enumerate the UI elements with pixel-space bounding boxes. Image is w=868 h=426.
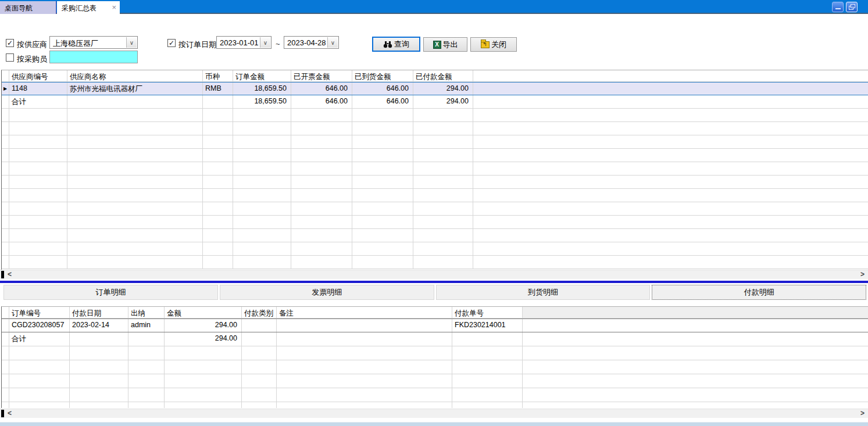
cell-received-amount[interactable]: 646.00: [352, 83, 413, 95]
col-header-received-amount[interactable]: 已到货金额: [352, 70, 413, 81]
tab-arrival-detail[interactable]: 到货明细: [436, 285, 651, 300]
cell-paid-amount[interactable]: 294.00: [413, 83, 473, 95]
close-tab-icon[interactable]: ×: [112, 3, 116, 11]
col-header-payment-slip-no[interactable]: 付款单号: [452, 307, 523, 318]
cell-payment-slip-no[interactable]: FKD230214001: [452, 319, 523, 332]
cell-total-received-amount: 646.00: [352, 95, 413, 108]
supplier-checkbox-label: 按供应商: [17, 40, 47, 50]
title-bar: 桌面导航 采购汇总表 ×: [0, 0, 868, 14]
date-to-select[interactable]: 2023-04-28 ∨: [284, 36, 339, 49]
date-from-select[interactable]: 2023-01-01 ∨: [216, 36, 272, 49]
cell-order-no[interactable]: CGD230208057: [9, 319, 70, 332]
col-header-payment-date[interactable]: 付款日期: [70, 307, 128, 318]
supplier-select[interactable]: 上海稳压器厂 ∨: [49, 36, 138, 49]
detail-tabs: 订单明细 发票明细 到货明细 付款明细: [3, 285, 866, 300]
col-header-amount[interactable]: 金额: [165, 307, 242, 318]
tab-invoice-detail[interactable]: 发票明细: [220, 285, 434, 300]
scroll-right-icon[interactable]: >: [860, 270, 865, 279]
col-header-cashier[interactable]: 出纳: [128, 307, 165, 318]
chevron-down-icon[interactable]: ∨: [126, 37, 137, 48]
scroll-right-icon[interactable]: >: [860, 409, 865, 418]
summary-hscrollbar[interactable]: < >: [0, 270, 868, 279]
query-button[interactable]: 查询: [372, 37, 420, 52]
payment-detail-table: 订单编号 付款日期 出纳 金额 付款类别 备注 付款单号 CGD23020805…: [1, 306, 868, 408]
scroll-left-icon[interactable]: <: [8, 409, 12, 418]
restore-button[interactable]: [846, 2, 858, 12]
date-range-separator: ~: [276, 40, 280, 48]
order-date-checkbox-label: 按订单日期: [178, 40, 216, 50]
cell-remark[interactable]: [277, 319, 452, 332]
col-header-order-no[interactable]: 订单编号: [9, 307, 70, 318]
current-row-marker-icon: ▶: [2, 83, 9, 95]
col-header-currency[interactable]: 币种: [203, 70, 233, 81]
cell-total-invoiced-amount: 646.00: [291, 95, 352, 108]
detail-hscrollbar[interactable]: < >: [0, 409, 868, 418]
excel-icon: X: [433, 41, 441, 49]
supplier-checkbox[interactable]: ✓: [6, 39, 14, 47]
cell-cashier[interactable]: admin: [128, 319, 165, 332]
close-button[interactable]: ↰ 关闭: [470, 37, 517, 52]
tab-purchase-summary[interactable]: 采购汇总表 ×: [57, 1, 120, 14]
detail-header-row: 订单编号 付款日期 出纳 金额 付款类别 备注 付款单号: [2, 307, 868, 318]
tab-order-detail[interactable]: 订单明细: [3, 285, 218, 300]
supplier-summary-table: 供应商编号 供应商名称 币种 订单金额 已开票金额 已到货金额 已付款金额 ▶ …: [1, 70, 868, 270]
cell-payment-type[interactable]: [242, 319, 277, 332]
cell-payment-date[interactable]: 2023-02-14: [70, 319, 128, 332]
table-row[interactable]: CGD230208057 2023-02-14 admin 294.00 FKD…: [2, 318, 868, 332]
col-header-supplier-name[interactable]: 供应商名称: [67, 70, 203, 81]
col-header-supplier-code[interactable]: 供应商编号: [9, 70, 67, 81]
purchaser-input[interactable]: [49, 51, 138, 63]
window-bottom-frame: [0, 422, 868, 426]
record-selector-header: [2, 70, 9, 81]
table-total-row[interactable]: 合计 294.00: [2, 332, 868, 346]
tab-label: 采购汇总表: [62, 4, 97, 12]
export-button[interactable]: X 导出: [423, 37, 467, 52]
minimize-button[interactable]: [832, 2, 844, 12]
col-header-remark[interactable]: 备注: [277, 307, 452, 318]
scroll-left-icon[interactable]: <: [8, 270, 12, 279]
record-selector-header: [2, 307, 9, 318]
col-header-invoiced-amount[interactable]: 已开票金额: [291, 70, 352, 81]
col-header-payment-type[interactable]: 付款类别: [242, 307, 277, 318]
cell-supplier-name[interactable]: 苏州市光福电讯器材厂: [67, 83, 203, 95]
minimize-icon: [835, 8, 841, 9]
chevron-down-icon[interactable]: ∨: [260, 37, 270, 48]
scrollbar-thumb[interactable]: [1, 410, 4, 417]
binoculars-icon: [383, 41, 392, 48]
splitter-bar[interactable]: [0, 281, 868, 283]
purchaser-checkbox[interactable]: [6, 53, 14, 62]
cell-order-amount[interactable]: 18,659.50: [233, 83, 291, 95]
cell-amount[interactable]: 294.00: [165, 319, 242, 332]
cell-total-order-amount: 18,659.50: [233, 95, 291, 108]
date-from-value: 2023-01-01: [220, 38, 259, 47]
tab-desktop-navigation[interactable]: 桌面导航: [0, 1, 56, 14]
col-header-order-amount[interactable]: 订单金额: [233, 70, 291, 81]
folder-exit-icon: ↰: [481, 41, 490, 48]
purchaser-checkbox-label: 按采购员: [17, 54, 47, 65]
table-row[interactable]: ▶ 1148 苏州市光福电讯器材厂 RMB 18,659.50 646.00 6…: [2, 82, 868, 95]
col-header-paid-amount[interactable]: 已付款金额: [413, 70, 473, 81]
tab-payment-detail[interactable]: 付款明细: [652, 285, 866, 300]
cell-total-amount: 294.00: [165, 332, 242, 346]
table-total-row[interactable]: 合计 18,659.50 646.00 646.00 294.00: [2, 95, 868, 109]
order-date-checkbox[interactable]: ✓: [167, 39, 176, 47]
cell-total-paid-amount: 294.00: [413, 95, 473, 108]
supplier-select-value: 上海稳压器厂: [53, 39, 98, 48]
cell-total-label: 合计: [9, 332, 70, 346]
cell-currency[interactable]: RMB: [203, 83, 233, 95]
cell-invoiced-amount[interactable]: 646.00: [291, 83, 352, 95]
app-window: 桌面导航 采购汇总表 × ✓ 按供应商 上海稳压器厂 ∨ 按采购员 ✓ 按订单日…: [0, 0, 868, 426]
scrollbar-thumb[interactable]: [1, 271, 4, 278]
cell-supplier-code[interactable]: 1148: [9, 83, 67, 95]
summary-header-row: 供应商编号 供应商名称 币种 订单金额 已开票金额 已到货金额 已付款金额: [2, 70, 868, 82]
date-to-value: 2023-04-28: [287, 38, 326, 47]
cell-total-label: 合计: [9, 95, 67, 108]
chevron-down-icon[interactable]: ∨: [327, 37, 338, 48]
tab-label: 桌面导航: [5, 4, 33, 12]
